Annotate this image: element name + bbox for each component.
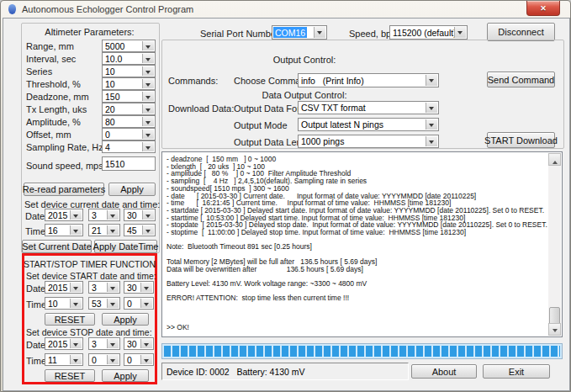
interval-select[interactable]: 10.0 (102, 52, 156, 65)
chevron-down-icon (70, 355, 82, 364)
current-time-second-select[interactable]: 45 (124, 224, 156, 236)
chevron-down-icon (140, 299, 152, 308)
date-label: Date (25, 211, 45, 221)
chevron-down-icon (142, 225, 154, 235)
command-select[interactable]: info (Print Info) (298, 73, 439, 87)
disconnect-button[interactable]: Disconnect (487, 23, 555, 41)
deadzone-select[interactable]: 150 (102, 90, 156, 103)
chevron-down-icon (70, 283, 82, 292)
chevron-down-icon (142, 92, 154, 101)
chevron-down-icon (426, 119, 437, 130)
speed-select[interactable]: 115200 (default) (389, 25, 468, 40)
sampling-rate-select[interactable]: 4 (102, 140, 156, 153)
progress-fill (164, 346, 560, 357)
start-time-second-select[interactable]: 0 (124, 297, 154, 310)
stop-time-second-select[interactable]: 0 (124, 353, 154, 366)
offset-select[interactable]: 0 (102, 128, 156, 140)
about-button[interactable]: About (411, 364, 477, 379)
titlebar: Autonomous Echologger Control Program ✕ (1, 1, 570, 18)
download-progress-bar (161, 343, 563, 359)
chevron-down-icon (142, 104, 154, 114)
start-date-label: Date (26, 283, 45, 294)
series-select[interactable]: 10 (102, 65, 156, 77)
chevron-down-icon (142, 117, 154, 126)
set-current-date-button[interactable]: Set Current Date (22, 240, 92, 253)
start-reset-button[interactable]: RESET (45, 313, 95, 326)
start-apply-button[interactable]: Apply (102, 313, 149, 326)
series-label: Series (26, 66, 52, 77)
output-data-format-select[interactable]: CSV TXT format (298, 101, 439, 114)
chevron-down-icon (107, 283, 119, 292)
console-output[interactable]: - deadzone [ 150 mm ] 0 ~ 1000 - txlengt… (161, 151, 563, 337)
commands-label: Commands: (168, 76, 218, 86)
stop-date-day-select[interactable]: 30 (124, 337, 154, 350)
output-data-length-select[interactable]: 1000 pings (298, 135, 439, 148)
scroll-down-icon[interactable] (548, 323, 561, 336)
chevron-down-icon (107, 210, 119, 220)
start-date-month-select[interactable]: 3 (88, 281, 120, 294)
timer-title: START/STOP TIMER FUNCTION (22, 259, 157, 269)
reread-parameters-button[interactable]: Re-read parameters (24, 183, 104, 196)
console-text: - deadzone [ 150 mm ] 0 ~ 1000 - txlengt… (163, 153, 547, 336)
stop-date-month-select[interactable]: 3 (88, 337, 120, 350)
sampling-rate-label: Sampling Rate, Hz (26, 142, 103, 152)
chevron-down-icon (426, 75, 437, 86)
output-mode-select[interactable]: Output latest N pings (298, 118, 439, 131)
app-icon (8, 4, 16, 14)
start-time-hour-select[interactable]: 10 (45, 297, 83, 310)
start-datetime-title: Set device START date and time: (26, 271, 156, 281)
send-command-button[interactable]: Send Command (487, 72, 555, 87)
stop-reset-button[interactable]: RESET (45, 369, 95, 382)
serial-port-label: Serial Port Number (200, 29, 279, 39)
stop-apply-button[interactable]: Apply (102, 369, 149, 382)
serial-port-select[interactable]: COM16 (272, 25, 327, 40)
status-panel: Device ID: 0002 Battery: 4130 mV (161, 363, 409, 380)
start-time-minute-select[interactable]: 53 (88, 297, 120, 310)
offset-label: Offset, mm (26, 130, 71, 140)
threshold-select[interactable]: 10 (102, 77, 156, 90)
current-date-year-select[interactable]: 2015 (45, 209, 83, 221)
start-download-button[interactable]: START Download (487, 132, 555, 148)
current-date-month-select[interactable]: 3 (88, 209, 120, 221)
chevron-down-icon (142, 142, 154, 151)
device-status: Device ID: 0002 Battery: 4130 mV (167, 367, 305, 377)
chevron-down-icon (142, 130, 154, 139)
chevron-down-icon (142, 79, 154, 88)
threshold-label: Threshold, % (26, 79, 81, 89)
close-button[interactable]: ✕ (526, 1, 560, 16)
stop-date-year-select[interactable]: 2015 (45, 337, 83, 350)
chevron-down-icon (140, 355, 152, 364)
start-date-year-select[interactable]: 2015 (45, 281, 83, 294)
chevron-down-icon (107, 225, 119, 235)
txlength-select[interactable]: 20 (102, 103, 156, 115)
sound-speed-input[interactable]: 1510 (102, 156, 156, 171)
deadzone-label: Deadzone, mm (26, 92, 89, 102)
stop-date-label: Date (26, 340, 45, 350)
console-scrollbar[interactable] (548, 153, 561, 336)
chevron-down-icon (140, 283, 152, 292)
range-select[interactable]: 5000 (102, 40, 156, 52)
output-control-title: Output Control: (161, 55, 447, 65)
chevron-down-icon (426, 136, 437, 146)
chevron-down-icon (70, 339, 82, 348)
window-title: Autonomous Echologger Control Program (22, 4, 193, 14)
scrollbar-thumb[interactable] (549, 307, 560, 325)
apply-parameters-button[interactable]: Apply (108, 183, 156, 196)
chevron-down-icon (70, 225, 82, 235)
chevron-down-icon (70, 299, 82, 308)
amplitude-select[interactable]: 80 (102, 115, 156, 128)
chevron-down-icon (142, 66, 154, 76)
current-time-minute-select[interactable]: 21 (88, 224, 120, 236)
exit-button[interactable]: Exit (483, 364, 550, 379)
chevron-down-icon (142, 54, 154, 63)
txlength-label: Tx Length, uks (26, 104, 87, 114)
scroll-up-icon[interactable] (548, 153, 561, 166)
chevron-down-icon (454, 27, 466, 38)
chevron-down-icon (314, 27, 325, 38)
apply-datetime-button[interactable]: Apply DateTime (94, 240, 157, 253)
current-time-hour-select[interactable]: 16 (45, 224, 83, 236)
start-date-day-select[interactable]: 30 (124, 281, 154, 294)
stop-time-hour-select[interactable]: 11 (45, 353, 83, 366)
current-date-day-select[interactable]: 30 (124, 209, 156, 221)
stop-time-minute-select[interactable]: 0 (88, 353, 120, 366)
